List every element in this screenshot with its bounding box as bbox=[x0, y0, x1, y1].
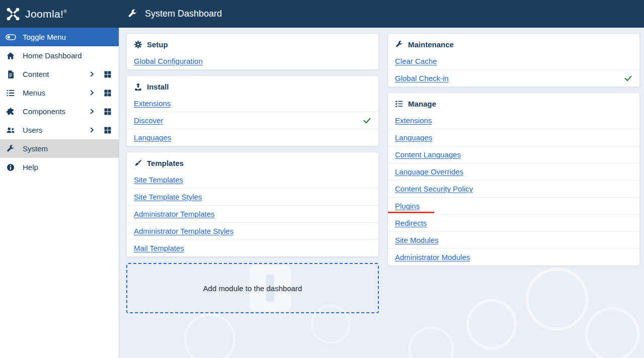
page-title: System Dashboard bbox=[145, 9, 222, 19]
panel-link-row: Extensions bbox=[388, 112, 639, 129]
joomla-wordmark: Joomla!® bbox=[25, 8, 67, 20]
panel-title: Manage bbox=[408, 100, 436, 108]
link-site-template-styles[interactable]: Site Template Styles bbox=[134, 193, 202, 201]
puzzle-icon bbox=[5, 107, 17, 117]
panel-link-row: Plugins bbox=[388, 197, 639, 214]
panel-link-row: Clear Cache bbox=[388, 52, 639, 69]
link-site-templates[interactable]: Site Templates bbox=[134, 175, 183, 184]
panel-link-row: Discover bbox=[127, 112, 378, 129]
dashboard-content: Setup Global Configuration Install Exten… bbox=[119, 28, 644, 358]
panel-title: Setup bbox=[147, 40, 168, 49]
add-module-label: Add module to the dashboard bbox=[203, 284, 302, 293]
sidebar-item-label: Home Dashboard bbox=[23, 51, 112, 60]
link-administrator-template-styles[interactable]: Administrator Template Styles bbox=[134, 227, 233, 235]
add-module-button[interactable]: Add module to the dashboard bbox=[126, 263, 379, 313]
sidebar-item-home-dashboard[interactable]: Home Dashboard bbox=[0, 46, 119, 65]
link-discover[interactable]: Discover bbox=[134, 116, 163, 125]
panel-manage: Manage Extensions Languages Content Lang… bbox=[387, 93, 640, 266]
sidebar-item-label: System bbox=[23, 144, 112, 153]
panel-link-row: Site Template Styles bbox=[127, 188, 378, 205]
link-redirects[interactable]: Redirects bbox=[395, 219, 427, 227]
link-languages[interactable]: Languages bbox=[134, 133, 171, 142]
gear-icon bbox=[134, 40, 142, 49]
list-icon bbox=[5, 88, 17, 98]
link-extensions[interactable]: Extensions bbox=[134, 99, 171, 108]
panel-link-row: Site Templates bbox=[127, 171, 378, 188]
wrench-icon bbox=[5, 144, 17, 154]
link-manage-languages[interactable]: Languages bbox=[395, 133, 432, 142]
top-bar: Joomla!® System Dashboard bbox=[0, 0, 644, 28]
panel-link-row: Content Languages bbox=[388, 146, 639, 163]
panel-link-row: Language Overrides bbox=[388, 163, 639, 180]
grid-icon[interactable] bbox=[104, 108, 112, 116]
sidebar-item-help[interactable]: Help bbox=[0, 158, 119, 176]
chevron-right-icon[interactable] bbox=[88, 126, 96, 134]
link-plugins[interactable]: Plugins bbox=[395, 202, 420, 210]
panel-link-row: Languages bbox=[127, 129, 378, 146]
toggle-icon bbox=[5, 32, 17, 42]
panel-link-row: Content Security Policy bbox=[388, 180, 639, 197]
link-manage-extensions[interactable]: Extensions bbox=[395, 116, 432, 125]
sidebar-item-users[interactable]: Users bbox=[0, 121, 119, 139]
joomla-logo-icon bbox=[6, 7, 21, 22]
panel-title: Templates bbox=[147, 159, 184, 167]
link-site-modules[interactable]: Site Modules bbox=[395, 236, 439, 244]
sidebar-item-label: Content bbox=[23, 70, 88, 78]
check-icon bbox=[363, 116, 371, 125]
list-check-icon bbox=[395, 100, 404, 108]
panel-templates: Templates Site Templates Site Template S… bbox=[126, 152, 379, 257]
chevron-right-icon[interactable] bbox=[88, 89, 96, 97]
sidebar-item-label: Toggle Menu bbox=[23, 33, 112, 41]
wrench-icon bbox=[395, 40, 404, 49]
link-administrator-modules[interactable]: Administrator Modules bbox=[395, 253, 470, 261]
link-content-security-policy[interactable]: Content Security Policy bbox=[395, 185, 473, 193]
sidebar: Toggle Menu Home Dashboard Content Menus bbox=[0, 28, 119, 358]
panel-link-row: Redirects bbox=[388, 214, 639, 231]
panel-link-row: Administrator Templates bbox=[127, 205, 378, 222]
link-administrator-templates[interactable]: Administrator Templates bbox=[134, 210, 215, 218]
panel-link-row: Mail Templates bbox=[127, 239, 378, 256]
sidebar-item-toggle-menu[interactable]: Toggle Menu bbox=[0, 28, 119, 46]
info-icon bbox=[5, 162, 17, 172]
chevron-right-icon[interactable] bbox=[88, 70, 96, 78]
wrench-icon bbox=[127, 9, 138, 19]
brush-icon bbox=[134, 159, 142, 167]
panel-link-row: Languages bbox=[388, 129, 639, 146]
link-global-check-in[interactable]: Global Check-in bbox=[395, 74, 449, 82]
chevron-right-icon[interactable] bbox=[88, 108, 96, 115]
users-icon bbox=[5, 125, 17, 135]
panel-maintenance: Maintenance Clear Cache Global Check-in bbox=[387, 33, 640, 87]
link-language-overrides[interactable]: Language Overrides bbox=[395, 167, 463, 176]
sidebar-item-label: Components bbox=[23, 107, 88, 116]
grid-icon[interactable] bbox=[104, 89, 112, 97]
link-clear-cache[interactable]: Clear Cache bbox=[395, 57, 437, 65]
link-global-configuration[interactable]: Global Configuration bbox=[134, 57, 203, 65]
home-icon bbox=[5, 51, 17, 61]
panel-link-row: Global Check-in bbox=[388, 69, 639, 86]
panel-link-row: Global Configuration bbox=[127, 52, 378, 69]
panel-title: Install bbox=[147, 82, 169, 91]
panel-link-row: Site Modules bbox=[388, 231, 639, 248]
link-mail-templates[interactable]: Mail Templates bbox=[134, 244, 184, 252]
sidebar-item-menus[interactable]: Menus bbox=[0, 83, 119, 102]
sidebar-item-system[interactable]: System bbox=[0, 139, 119, 158]
link-content-languages[interactable]: Content Languages bbox=[395, 150, 461, 159]
sidebar-item-components[interactable]: Components bbox=[0, 102, 119, 121]
check-icon bbox=[624, 74, 632, 82]
sidebar-item-content[interactable]: Content bbox=[0, 65, 119, 83]
panel-link-row: Administrator Modules bbox=[388, 248, 639, 265]
panel-link-row: Extensions bbox=[127, 95, 378, 112]
panel-title: Maintenance bbox=[408, 40, 454, 49]
joomla-logo: Joomla!® bbox=[0, 0, 119, 28]
panel-install: Install Extensions Discover Languages bbox=[126, 75, 379, 146]
sidebar-item-label: Menus bbox=[23, 88, 88, 97]
panel-setup: Setup Global Configuration bbox=[126, 33, 379, 70]
sidebar-item-label: Users bbox=[23, 126, 88, 134]
panel-link-row: Administrator Template Styles bbox=[127, 222, 378, 239]
document-icon bbox=[5, 69, 17, 79]
sidebar-item-label: Help bbox=[23, 163, 112, 171]
grid-icon[interactable] bbox=[104, 126, 112, 134]
grid-icon[interactable] bbox=[104, 70, 112, 78]
plugins-red-annotation bbox=[388, 212, 434, 213]
upload-icon bbox=[134, 82, 142, 91]
